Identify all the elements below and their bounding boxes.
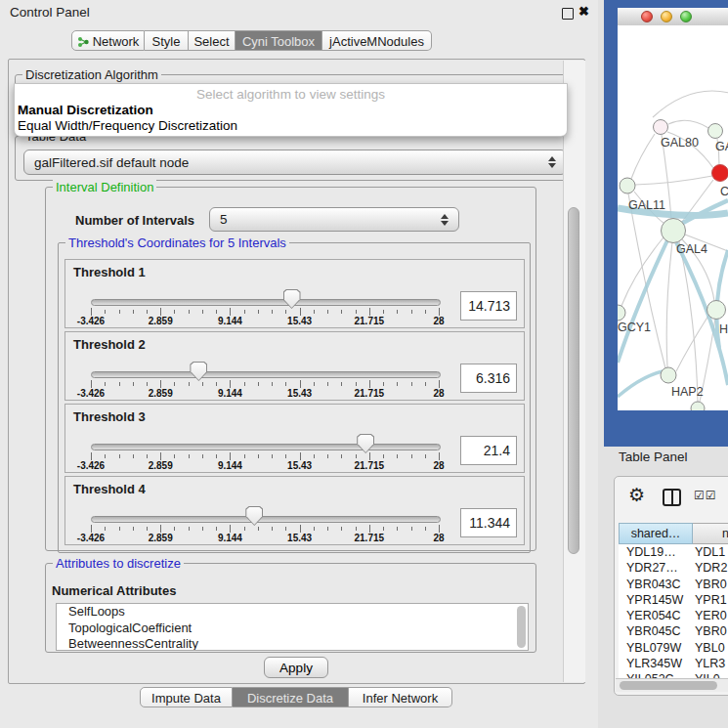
slider-track[interactable]	[91, 371, 441, 378]
tick-mark	[258, 310, 259, 314]
tick-mark	[439, 380, 440, 388]
table-row[interactable]: YIL052CYIL0	[619, 671, 728, 678]
dropdown-option-manual[interactable]: Manual Discretization	[18, 103, 153, 117]
dropdown-prompt-item[interactable]: Select algorithm to view settings	[15, 87, 567, 102]
table-row[interactable]: YBR043CYBR0	[619, 577, 728, 592]
tick-mark	[369, 525, 370, 533]
tab-discretize-data[interactable]: Discretize Data	[233, 687, 349, 707]
table-data-combobox[interactable]: galFiltered.sif default node	[23, 150, 567, 175]
threshold-label: Threshold 1	[73, 265, 146, 279]
network-node	[691, 402, 705, 410]
column-layout-icon[interactable]	[663, 489, 681, 506]
tick-label: 2.859	[139, 388, 182, 399]
table-row[interactable]: YPR145WYPR1	[619, 592, 728, 608]
table-row[interactable]: YER054CYER0	[619, 608, 728, 623]
tick-mark	[230, 308, 231, 316]
control-panel-window: Control Panel ✖ Network Style Select Cyn…	[0, 0, 598, 728]
table-row[interactable]: YDL19…YDL1	[619, 544, 728, 560]
table-hscrollbar[interactable]	[616, 678, 728, 692]
table-row[interactable]: YLR345WYLR3	[619, 656, 728, 671]
attribute-list-item[interactable]: BetweennessCentrality	[57, 636, 528, 651]
threshold-value-field[interactable]: 6.316	[460, 364, 517, 393]
slider-thumb[interactable]	[357, 434, 374, 453]
table-row[interactable]: YBL079WYBL0	[619, 640, 728, 656]
threshold-label: Threshold 3	[73, 409, 146, 424]
tick-mark	[258, 454, 259, 458]
float-window-icon[interactable]	[562, 8, 574, 20]
slider-track[interactable]	[91, 516, 441, 523]
tick-mark	[327, 382, 328, 386]
apply-button[interactable]: Apply	[264, 657, 328, 678]
tick-mark	[133, 382, 134, 386]
panel-scrollbar-track[interactable]	[563, 61, 585, 682]
threshold-value-field[interactable]: 21.4	[460, 436, 517, 465]
tick-mark	[216, 527, 217, 531]
node-label: H	[719, 322, 728, 336]
attribute-list-item[interactable]: TopologicalCoefficient	[57, 621, 528, 637]
interval-definition-group: Interval Definition Number of Intervals …	[45, 187, 536, 551]
network-canvas[interactable]: GAL80 GA C GAL11 GAL4 GCY1 H HAP2	[618, 25, 728, 410]
panel-scrollbar-thumb[interactable]	[568, 207, 579, 554]
tick-mark	[189, 527, 190, 531]
tick-mark	[383, 382, 384, 386]
table-panel: ⚙ ☑☑ shared… n YDL19…YDL1YDR27…YDR2YBR04…	[614, 476, 728, 696]
node-label: GAL80	[661, 136, 699, 150]
tick-mark	[300, 525, 301, 533]
column-header-name[interactable]: n	[693, 523, 728, 544]
tick-label: 21.715	[348, 533, 391, 543]
network-node	[662, 219, 686, 243]
column-header-shared-name[interactable]: shared…	[619, 523, 693, 544]
network-nodes[interactable]	[618, 120, 728, 411]
close-icon[interactable]: ✖	[578, 4, 589, 19]
threshold-box: Threshold 2-3.4262.8599.14415.4321.71528…	[64, 331, 525, 401]
panel-title: Control Panel	[10, 5, 90, 20]
tick-mark	[258, 382, 259, 386]
table-row[interactable]: YDR27…YDR2	[619, 560, 728, 576]
tick-mark	[119, 382, 120, 386]
slider-track[interactable]	[91, 444, 441, 450]
tick-mark	[341, 454, 342, 458]
tab-network[interactable]: Network	[71, 30, 145, 51]
threshold-value-field[interactable]: 14.713	[460, 291, 517, 321]
tick-mark	[439, 525, 440, 533]
tab-style[interactable]: Style	[145, 30, 189, 51]
attribute-list-item[interactable]: SelfLoops	[57, 604, 528, 621]
checkbox-icons[interactable]: ☑☑	[694, 489, 717, 502]
network-node	[661, 367, 676, 383]
cyni-toolbox-panel: Discretization Algorithm Select algorith…	[8, 59, 585, 684]
tick-mark	[244, 527, 245, 531]
tick-label: -3.426	[69, 388, 112, 399]
threshold-label: Threshold 2	[73, 337, 146, 352]
tick-mark	[244, 454, 245, 458]
tick-mark	[314, 382, 315, 386]
tick-mark	[147, 527, 148, 531]
tab-infer-network[interactable]: Infer Network	[349, 687, 452, 707]
slider-thumb[interactable]	[245, 506, 263, 526]
tab-select[interactable]: Select	[189, 30, 236, 51]
close-traffic-light-icon[interactable]	[641, 11, 653, 22]
tick-label: 9.144	[208, 388, 251, 399]
table-row[interactable]: YBR045CYBR0	[619, 623, 728, 639]
zoom-traffic-light-icon[interactable]	[680, 11, 692, 22]
minimize-traffic-light-icon[interactable]	[661, 11, 672, 22]
numerical-attributes-list[interactable]: SelfLoopsTopologicalCoefficientBetweenne…	[56, 603, 529, 651]
slider-track[interactable]	[91, 299, 441, 306]
number-of-intervals-combobox[interactable]: 5	[209, 207, 459, 232]
threshold-value-field[interactable]: 11.344	[460, 508, 517, 537]
slider-thumb[interactable]	[283, 289, 301, 309]
node-label: C	[720, 185, 728, 198]
threshold-box: Threshold 3-3.4262.8599.14415.4321.71528…	[64, 404, 525, 473]
tick-mark	[411, 527, 412, 531]
tab-cyni-toolbox[interactable]: Cyni Toolbox	[236, 30, 322, 51]
tick-label: 28	[417, 316, 460, 326]
slider-thumb[interactable]	[190, 362, 207, 381]
table-hscrollbar-thumb[interactable]	[620, 681, 717, 690]
list-scrollbar[interactable]	[517, 606, 526, 648]
gear-icon[interactable]: ⚙	[628, 486, 645, 504]
tab-impute-data[interactable]: Impute Data	[140, 687, 233, 707]
control-panel-titlebar: Control Panel ✖	[0, 0, 598, 25]
threshold-box: Threshold 1-3.4262.8599.14415.4321.71528…	[64, 259, 525, 328]
tab-jactivemnodules[interactable]: jActiveMNodules	[322, 30, 432, 51]
tick-mark	[272, 527, 273, 531]
dropdown-option-equal-width[interactable]: Equal Width/Frequency Discretization	[18, 118, 237, 133]
